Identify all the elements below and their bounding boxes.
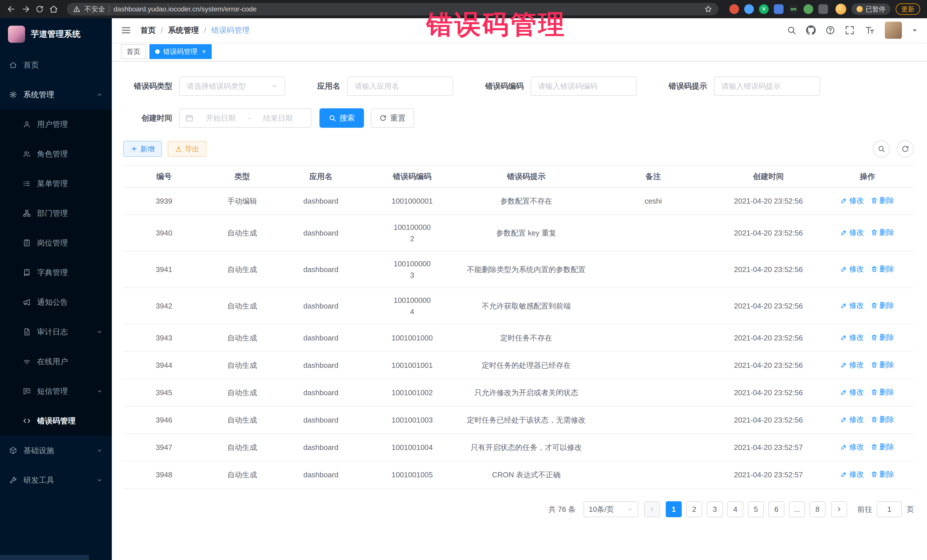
sidebar-item-online-user[interactable]: 在线用户: [0, 347, 112, 376]
address-bar[interactable]: 不安全 dashboard.yudao.iocoder.cn/system/er…: [67, 3, 719, 15]
book-icon: [23, 269, 31, 276]
delete-link[interactable]: 删除: [871, 359, 894, 370]
edit-link[interactable]: 修改: [840, 386, 864, 398]
edit-link[interactable]: 修改: [840, 359, 864, 370]
back-icon[interactable]: [7, 5, 16, 14]
forward-icon[interactable]: [21, 5, 30, 14]
help-icon[interactable]: [825, 25, 835, 35]
cell-actions: 修改删除: [821, 227, 914, 239]
reload-icon[interactable]: [35, 5, 44, 14]
user-avatar[interactable]: [885, 22, 902, 39]
sidebar-item-menu[interactable]: 菜单管理: [0, 169, 112, 199]
blue-drop-extension-icon[interactable]: [744, 4, 754, 14]
bookmark-star-icon[interactable]: [704, 5, 712, 13]
cell-message: 只有开启状态的任务，才可以修改: [462, 442, 590, 453]
tab-label: 首页: [127, 47, 140, 56]
tab-home[interactable]: 首页: [121, 44, 146, 59]
sidebar-item-dept[interactable]: 部门管理: [0, 199, 112, 228]
edit-link[interactable]: 修改: [840, 441, 864, 452]
next-page-button[interactable]: [831, 501, 847, 517]
pagination-page[interactable]: 8: [810, 501, 825, 517]
sidebar-item-error-code[interactable]: 错误码管理: [0, 406, 112, 436]
sidebar-item-system[interactable]: 系统管理: [0, 80, 112, 109]
edit-link[interactable]: 修改: [840, 300, 864, 311]
fullscreen-icon[interactable]: [845, 25, 854, 35]
app-name-input[interactable]: [347, 76, 453, 96]
edit-link[interactable]: 修改: [840, 469, 864, 480]
delete-link[interactable]: 删除: [871, 227, 894, 238]
delete-link[interactable]: 删除: [871, 332, 894, 343]
font-size-icon[interactable]: [864, 25, 875, 35]
table-row: 3941自动生成dashboard100100000 3不能删除类型为系统内置的…: [123, 252, 914, 288]
v-extension-icon[interactable]: V: [759, 4, 769, 14]
record-extension-icon[interactable]: [729, 4, 739, 14]
sidebar-item-dict[interactable]: 字典管理: [0, 258, 112, 287]
divider: [109, 6, 109, 12]
tab-close-icon[interactable]: ×: [202, 48, 206, 56]
reset-button[interactable]: 重置: [371, 108, 414, 128]
sidebar-item-dev-tools[interactable]: 研发工具: [0, 465, 112, 495]
error-code-input[interactable]: [530, 76, 637, 96]
sidebar-item-user[interactable]: 用户管理: [0, 109, 112, 139]
pagination-page[interactable]: 1: [666, 501, 682, 517]
pagination-page[interactable]: 3: [707, 501, 723, 517]
cell-app: dashboard: [280, 442, 362, 453]
pagination-page[interactable]: 5: [748, 501, 764, 517]
sidebar-item-notice[interactable]: 通知公告: [0, 287, 112, 317]
refresh-table-button[interactable]: [897, 140, 914, 157]
delete-link[interactable]: 删除: [871, 414, 894, 425]
delete-link[interactable]: 删除: [871, 469, 894, 480]
pin-extension-icon[interactable]: [818, 4, 828, 14]
sidebar-item-audit-log[interactable]: 审计日志: [0, 317, 112, 347]
edit-link[interactable]: 修改: [840, 332, 864, 343]
date-range-picker[interactable]: 开始日期 - 结束日期: [179, 108, 312, 128]
on-badge-extension-icon[interactable]: on: [789, 4, 798, 14]
github-icon[interactable]: [806, 25, 816, 35]
app-logo-row[interactable]: 芋道管理系统: [0, 18, 112, 50]
add-button[interactable]: 新增: [123, 141, 162, 157]
sidebar-item-infra[interactable]: 基础设施: [0, 436, 112, 465]
pagination-page[interactable]: 2: [686, 501, 702, 517]
filter-row-1: 错误码类型 请选择错误码类型 应用名 错误码编码: [123, 76, 914, 96]
cell-app: dashboard: [280, 332, 362, 344]
goto-page-input[interactable]: [877, 501, 902, 517]
export-button[interactable]: 导出: [168, 141, 207, 157]
delete-link[interactable]: 删除: [871, 441, 894, 452]
pagination-page[interactable]: 6: [768, 501, 784, 517]
delete-link[interactable]: 删除: [871, 195, 894, 206]
home-icon[interactable]: [49, 5, 58, 14]
pagination-page[interactable]: 4: [727, 501, 743, 517]
page-size-select[interactable]: 10条/页: [584, 501, 638, 517]
breadcrumb-home[interactable]: 首页: [140, 25, 156, 35]
cell-actions: 修改删除: [821, 195, 914, 207]
browser-avatar[interactable]: [836, 4, 846, 15]
sidebar-item-home[interactable]: 首页: [0, 50, 112, 80]
breadcrumb-system[interactable]: 系统管理: [168, 25, 199, 35]
paused-chip[interactable]: 已暂停: [851, 3, 891, 15]
cell-code: 1001001005: [362, 469, 462, 480]
edit-link[interactable]: 修改: [840, 263, 864, 275]
sidebar-item-sms[interactable]: 短信管理: [0, 376, 112, 406]
tab-error-code[interactable]: 错误码管理 ×: [149, 44, 212, 59]
grid-extension-icon[interactable]: [774, 4, 784, 14]
search-button[interactable]: 搜索: [319, 108, 364, 128]
caret-down-icon[interactable]: [912, 27, 918, 33]
prev-page-button[interactable]: [644, 501, 660, 517]
sidebar-item-post[interactable]: 岗位管理: [0, 228, 112, 258]
error-type-select[interactable]: 请选择错误码类型: [179, 76, 285, 96]
error-message-input[interactable]: [714, 76, 820, 96]
sidebar-item-role[interactable]: 角色管理: [0, 139, 112, 169]
edit-link[interactable]: 修改: [840, 227, 864, 238]
delete-link[interactable]: 删除: [871, 263, 894, 275]
toggle-search-button[interactable]: [873, 140, 890, 157]
table-row: 3947自动生成dashboard1001001004只有开启状态的任务，才可以…: [123, 434, 914, 461]
delete-link[interactable]: 删除: [871, 300, 894, 311]
leaf-extension-icon[interactable]: [804, 4, 813, 14]
edit-link[interactable]: 修改: [840, 414, 864, 425]
edit-link[interactable]: 修改: [840, 195, 864, 206]
update-button[interactable]: 更新: [896, 3, 920, 15]
delete-link[interactable]: 删除: [871, 386, 894, 398]
hamburger-icon[interactable]: [121, 25, 131, 35]
filter-type-label: 错误码类型: [123, 81, 172, 91]
search-icon[interactable]: [787, 25, 796, 35]
